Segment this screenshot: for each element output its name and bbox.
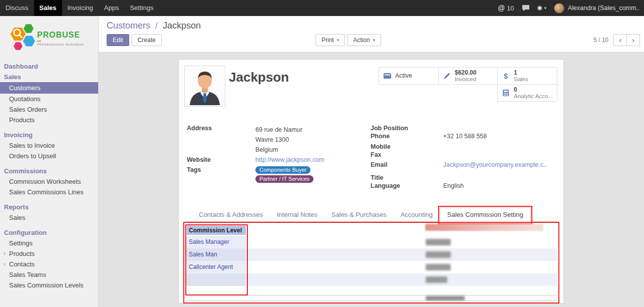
table-row-empty[interactable]	[186, 273, 557, 286]
stat-sales-value: 1	[514, 70, 528, 76]
language-value[interactable]: English	[443, 182, 464, 190]
tags-value: Components Buyer Partner / IT Services	[255, 166, 313, 184]
sidebar-section-commissions[interactable]: Commissions	[0, 166, 98, 176]
sidebar-item-dashboard[interactable]: Dashboard	[0, 61, 98, 72]
caret-down-icon: ▾	[544, 6, 546, 11]
table-row-sales-man[interactable]: Sales Man	[186, 248, 557, 261]
mentions-indicator[interactable]: @ 10	[498, 4, 514, 12]
sidebar-actions: Print ▾ Action ▾	[315, 34, 381, 46]
address-label: Address	[187, 125, 255, 155]
email-label: Email	[371, 161, 443, 169]
website-link[interactable]: http://www.jackpson.com	[255, 156, 325, 164]
tab-sales-commission-setting[interactable]: Sales Commission Setting	[440, 207, 531, 222]
breadcrumb-current: Jackpson	[163, 21, 201, 31]
edit-button[interactable]: Edit	[107, 34, 129, 46]
nav-settings[interactable]: Settings	[124, 0, 159, 16]
pager-previous-button[interactable]: ‹	[613, 34, 627, 46]
dollar-icon: $	[501, 72, 510, 80]
create-button[interactable]: Create	[132, 34, 162, 46]
pager-next-button[interactable]: ›	[626, 34, 640, 46]
stat-buttons: Active $620.00 Invoiced $ 1 Sales	[379, 67, 557, 102]
mention-count: 10	[507, 5, 514, 12]
job-position-label: Job Position	[371, 125, 443, 133]
email-link[interactable]: Jackpson@yourcompany.example.c..	[443, 161, 547, 169]
tab-contacts-addresses[interactable]: Contacts & Addresses	[192, 208, 270, 221]
debug-menu[interactable]: ✱ ▾	[537, 5, 546, 12]
stat-invoiced-button[interactable]: $620.00 Invoiced	[438, 67, 498, 85]
sidebar-item-settings[interactable]: Settings	[0, 238, 98, 248]
nav-invoicing[interactable]: Invoicing	[62, 0, 99, 16]
expand-caret-icon: ›	[4, 250, 6, 257]
table-row-callcenter-agent[interactable]: Callcenter Agent	[186, 261, 557, 273]
nav-apps[interactable]: Apps	[99, 0, 125, 16]
expand-caret-icon: ›	[4, 260, 6, 267]
phone-label: Phone	[371, 133, 443, 141]
sidebar-item-config-products[interactable]: ›Products	[0, 248, 98, 259]
sidebar-item-quotations[interactable]: Quotations	[0, 94, 98, 104]
sidebar-item-sales[interactable]: Sales	[0, 72, 98, 82]
customer-form-sheet: Jackpson Active $620.00 Invoiced	[178, 59, 564, 303]
stat-analytic-value: 0	[514, 87, 553, 93]
sidebar-item-customers[interactable]: Customers	[0, 82, 98, 94]
sidebar-item-config-contacts[interactable]: ›Contacts	[0, 259, 98, 269]
messages-icon[interactable]	[522, 5, 530, 12]
phone-value[interactable]: +32 10 588 558	[443, 133, 487, 141]
breadcrumb-customers[interactable]: Customers	[107, 21, 150, 31]
redacted-header-region	[425, 224, 543, 231]
main-content: Customers / Jackpson Edit Create Print ▾…	[99, 16, 644, 307]
sidebar-item-reports-sales[interactable]: Sales	[0, 212, 98, 223]
previous-icon: ‹	[619, 36, 621, 44]
sidebar-section-configuration[interactable]: Configuration	[0, 227, 98, 238]
user-name: Alexandra (Sales_comm..	[568, 5, 639, 12]
sidebar-item-products[interactable]: Products	[0, 115, 98, 125]
language-label: Language	[371, 182, 443, 190]
probuse-logo: PROBUSE PROFESSIONAL BUSINESS	[0, 16, 98, 61]
sidebar-item-sales-to-invoice[interactable]: Sales to Invoice	[0, 140, 98, 151]
sidebar-section-reports[interactable]: Reports	[0, 202, 98, 212]
customer-photo[interactable]	[184, 66, 225, 107]
table-footer	[186, 295, 557, 301]
tab-internal-notes[interactable]: Internal Notes	[270, 208, 325, 221]
tag-partner-it-services[interactable]: Partner / IT Services	[255, 175, 313, 183]
sidebar: PROBUSE PROFESSIONAL BUSINESS Dashboard …	[0, 16, 99, 307]
stat-sales-button[interactable]: $ 1 Sales	[497, 67, 557, 85]
redacted-cell	[426, 251, 451, 258]
sidebar-item-sales-teams[interactable]: Sales Teams	[0, 269, 98, 280]
stat-invoiced-value: $620.00	[455, 70, 476, 76]
sidebar-item-commission-worksheets[interactable]: Commission Worksheets	[0, 176, 98, 187]
form-buttons: Edit Create	[107, 34, 162, 46]
sidebar-section-invoicing[interactable]: Invoicing	[0, 130, 98, 140]
stat-active-button[interactable]: Active	[379, 67, 439, 85]
address-fields: Address 69 rue de Namur Wavre 1300 Belgi…	[187, 125, 357, 184]
column-commission-level[interactable]: Commission Level	[187, 226, 246, 235]
nav-sales[interactable]: Sales	[34, 0, 62, 16]
app-menu: Discuss Sales Invoicing Apps Settings	[0, 0, 159, 16]
user-menu[interactable]: Alexandra (Sales_comm..	[554, 3, 639, 14]
notebook-tabs: Contacts & Addresses Internal Notes Sale…	[185, 208, 557, 222]
tab-sales-purchases[interactable]: Sales & Purchases	[325, 208, 394, 221]
redacted-cell	[426, 264, 451, 270]
stat-analytic-accounts-button[interactable]: 0 Analytic Acco...	[497, 84, 557, 102]
user-avatar	[554, 3, 564, 14]
action-dropdown[interactable]: Action ▾	[347, 34, 381, 46]
nav-discuss[interactable]: Discuss	[0, 0, 34, 16]
website-label: Website	[187, 156, 255, 164]
tag-components-buyer[interactable]: Components Buyer	[255, 166, 310, 174]
table-row-sales-manager[interactable]: Sales Manager	[186, 236, 557, 248]
sidebar-item-orders-to-upsell[interactable]: Orders to Upsell	[0, 151, 98, 161]
table-header-row: Commission Level	[186, 225, 557, 236]
redacted-cell	[426, 276, 447, 283]
topbar-systray: @ 10 ✱ ▾ Alexandra (Sales_comm..	[498, 3, 644, 14]
sidebar-item-sales-commission-levels[interactable]: Sales Commission Levels	[0, 280, 98, 290]
print-dropdown[interactable]: Print ▾	[315, 34, 345, 46]
title-label: Title	[371, 174, 443, 182]
calculator-icon	[501, 89, 510, 97]
breadcrumb: Customers / Jackpson	[107, 21, 201, 31]
sidebar-item-sales-orders[interactable]: Sales Orders	[0, 104, 98, 115]
address-value[interactable]: 69 rue de Namur Wavre 1300 Belgium	[255, 125, 302, 155]
at-icon: @	[498, 4, 505, 12]
pencil-icon	[442, 72, 451, 80]
stat-active-label: Active	[395, 73, 412, 79]
sidebar-item-sales-commissions-lines[interactable]: Sales Commissions Lines	[0, 187, 98, 197]
tab-accounting[interactable]: Accounting	[394, 208, 440, 221]
